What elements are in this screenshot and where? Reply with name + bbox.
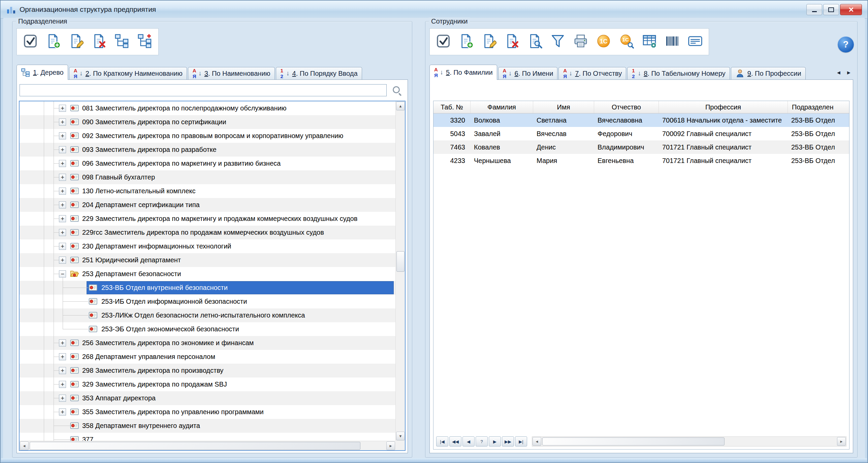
tree-node[interactable]: 358 Департамент внутреннего аудита: [20, 419, 396, 433]
scroll-right-icon[interactable]: ►: [386, 441, 395, 450]
expand-icon[interactable]: +: [59, 408, 66, 415]
confirm-button[interactable]: [22, 32, 38, 51]
tree-node[interactable]: +251 Юридический департамент: [20, 253, 396, 267]
expand-icon[interactable]: +: [59, 229, 66, 236]
add-button[interactable]: [45, 32, 61, 51]
tree-node[interactable]: 253-ЭБ Отдел экономической безопасности: [20, 322, 396, 336]
expand-icon[interactable]: +: [59, 105, 66, 112]
scroll-thumb[interactable]: [30, 442, 361, 450]
column-header[interactable]: Отчество: [594, 101, 659, 113]
tree-node[interactable]: +092 Заместитель директора по правовым в…: [20, 129, 396, 143]
tree-node[interactable]: +229гсс Заместитель директора по продажа…: [20, 226, 396, 239]
table-horizontal-scrollbar[interactable]: ◄ ►: [532, 436, 846, 446]
employees-tab-5[interactable]: 9. По Профессии: [731, 67, 806, 80]
expand-icon[interactable]: +: [59, 132, 66, 140]
tree-node[interactable]: +096 Заместитель директора по маркетингу…: [20, 157, 396, 171]
expand-icon[interactable]: +: [59, 188, 66, 195]
tree-node[interactable]: +329 Заместитель директора по продажам S…: [20, 377, 396, 391]
maximize-button[interactable]: [823, 4, 839, 15]
tree-node[interactable]: +230 Департамент информационных технолог…: [20, 239, 396, 253]
tree-vertical-scrollbar[interactable]: ▲ ▼: [396, 101, 405, 441]
scroll-left-icon[interactable]: ◄: [532, 437, 541, 446]
minimize-button[interactable]: [806, 4, 822, 15]
pass-card-button[interactable]: [687, 32, 703, 51]
expand-icon[interactable]: +: [59, 215, 66, 222]
tree-node[interactable]: 253-ИБ Отдел информационной безопасности: [20, 295, 396, 308]
move-in-tree-button[interactable]: [114, 32, 130, 51]
tree-node[interactable]: +355 Заместитель директора по управлению…: [20, 405, 396, 419]
nav-last-button[interactable]: ▶|: [515, 436, 527, 446]
tree-node[interactable]: +098 Главный бухгалтер: [20, 171, 396, 184]
column-header[interactable]: Таб. №: [434, 101, 470, 113]
tree-node[interactable]: 253-ЛИКж Отдел безопасности летно-испыта…: [20, 308, 396, 322]
nav-first-button[interactable]: |◀: [436, 436, 448, 446]
scroll-left-icon[interactable]: ◄: [20, 441, 29, 450]
nav-prior-page-button[interactable]: ◀◀: [449, 436, 461, 446]
tree-node[interactable]: +093 Заместитель директора по разработке: [20, 143, 396, 157]
expand-icon[interactable]: +: [59, 339, 66, 346]
employees-tab-1[interactable]: АЯ↓5. По Фамилии: [430, 65, 497, 80]
tree-node[interactable]: +081 Заместитель директора по послепрода…: [20, 101, 396, 115]
scroll-up-icon[interactable]: ▲: [396, 102, 405, 111]
nav-next-page-button[interactable]: ▶▶: [502, 436, 514, 446]
collapse-icon[interactable]: −: [59, 270, 66, 277]
search-icon[interactable]: [392, 86, 402, 96]
tree-node[interactable]: +268 Департамент управления персоналом: [20, 350, 396, 364]
nav-locate-button[interactable]: ?: [475, 436, 488, 446]
tree-node[interactable]: 253-ВБ Отдел внутренней безопасности: [20, 281, 396, 295]
column-header[interactable]: Профессия: [659, 101, 788, 113]
tab-scroll-right-button[interactable]: ►: [844, 68, 853, 77]
tree-node[interactable]: 377: [20, 433, 396, 441]
expand-icon[interactable]: +: [59, 395, 66, 402]
expand-icon[interactable]: +: [59, 119, 66, 126]
scroll-thumb[interactable]: [397, 251, 405, 272]
close-button[interactable]: [840, 4, 862, 15]
expand-icon[interactable]: +: [59, 202, 66, 209]
expand-icon[interactable]: +: [59, 174, 66, 181]
employees-tab-3[interactable]: АЯ↓7. По Отчеству: [558, 67, 626, 80]
column-header[interactable]: Фамилия: [470, 101, 533, 113]
delete-button[interactable]: [504, 32, 520, 51]
tree-node[interactable]: +090 Заместитель директора по сертификац…: [20, 115, 396, 129]
tree-node[interactable]: +298 Заместитель директора по производст…: [20, 364, 396, 377]
confirm-button[interactable]: [435, 32, 451, 51]
print-button[interactable]: [572, 32, 589, 51]
edit-button[interactable]: [481, 32, 497, 51]
titlebar[interactable]: Организационная структура предприятия: [1, 1, 867, 19]
expand-icon[interactable]: +: [59, 160, 66, 167]
staffing-button[interactable]: [641, 32, 657, 51]
tree-node[interactable]: +204 Департамент сертификации типа: [20, 198, 396, 212]
tree-node[interactable]: +229 Заместитель директора по маркетингу…: [20, 212, 396, 226]
filter-button[interactable]: [550, 32, 566, 51]
delete-button[interactable]: [91, 32, 107, 51]
find-1c-button[interactable]: 1С: [618, 32, 634, 51]
table-row[interactable]: 5043ЗавалейВячеславФедорович700092 Главн…: [434, 127, 849, 141]
edit-button[interactable]: [68, 32, 84, 51]
department-search-input[interactable]: [20, 84, 387, 96]
expand-icon[interactable]: +: [59, 381, 66, 388]
table-row[interactable]: 7463КовалевДенисВладимирович701721 Главн…: [434, 141, 849, 154]
add-subnode-button[interactable]: [137, 32, 153, 51]
nav-prior-button[interactable]: ◀: [462, 436, 474, 446]
employees-tab-4[interactable]: 12↓8. По Табельному Номеру: [627, 67, 730, 80]
nav-next-button[interactable]: ▶: [489, 436, 501, 446]
table-row[interactable]: 3320ВолковаСветланаВячеславовна700618 На…: [434, 114, 849, 127]
employees-tab-2[interactable]: АЯ↓6. По Имени: [498, 67, 558, 80]
tree-node[interactable]: +256 Заместитель директора по экономике …: [20, 336, 396, 350]
view-button[interactable]: [527, 32, 543, 51]
tree-node[interactable]: −253 Департамент безопасности: [20, 267, 396, 281]
departments-tab-1[interactable]: 1. Дерево: [17, 65, 68, 80]
scroll-thumb[interactable]: [542, 437, 724, 445]
departments-tab-2[interactable]: АЯ↓2. По Краткому Наименованию: [69, 67, 187, 80]
tab-scroll-left-button[interactable]: ◄: [834, 68, 843, 77]
expand-icon[interactable]: +: [59, 256, 66, 264]
departments-tab-4[interactable]: 12↓4. По Порядку Ввода: [276, 67, 362, 80]
column-header[interactable]: Имя: [533, 101, 594, 113]
scroll-down-icon[interactable]: ▼: [396, 432, 405, 440]
table-row[interactable]: 4233ЧернышеваМарияЕвгеньевна701721 Главн…: [434, 154, 849, 167]
tree-node[interactable]: +130 Летно-испытательный комплекс: [20, 184, 396, 198]
scroll-right-icon[interactable]: ►: [837, 437, 846, 446]
barcode-button[interactable]: [664, 32, 680, 51]
export-1c-button[interactable]: 1С: [595, 32, 612, 51]
column-header[interactable]: Подразделен: [788, 101, 849, 113]
